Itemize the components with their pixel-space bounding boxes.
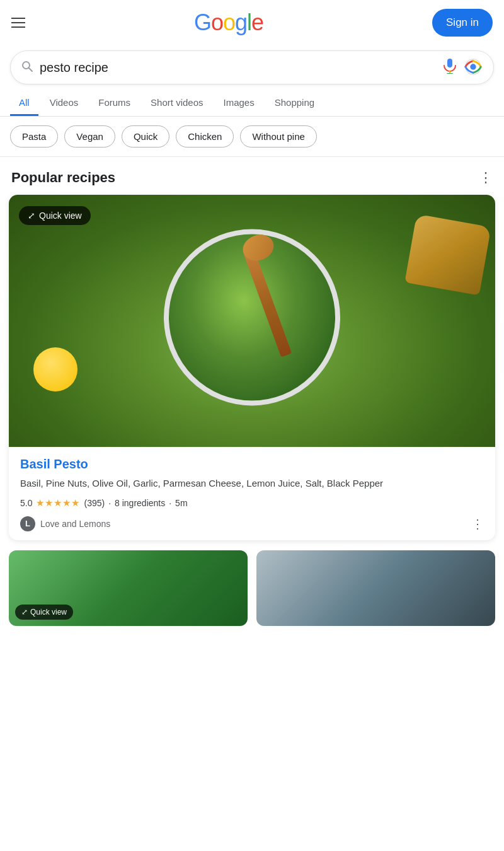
recipe-title[interactable]: Basil Pesto: [20, 457, 484, 472]
recipe-image-wrap: ⤢ Quick view: [9, 195, 495, 447]
svg-line-1: [29, 67, 33, 71]
thumb-card-1: ⤢ Quick view: [9, 550, 248, 626]
search-bar: [10, 50, 494, 84]
filter-chips: Pasta Vegan Quick Chicken Without pine: [0, 117, 504, 157]
sign-in-button[interactable]: Sign in: [432, 9, 493, 37]
recipe-ingredient-count: 8 ingredients: [115, 498, 165, 508]
dot-separator-1: ·: [108, 498, 111, 508]
svg-rect-2: [447, 59, 452, 67]
tab-shopping[interactable]: Shopping: [266, 91, 323, 116]
recipe-ingredients: Basil, Pine Nuts, Olive Oil, Garlic, Par…: [20, 477, 484, 491]
tab-images[interactable]: Images: [215, 91, 263, 116]
recipe-image: [9, 195, 495, 447]
recipe-card-basil-pesto: ⤢ Quick view Basil Pesto Basil, Pine Nut…: [9, 195, 495, 540]
search-bar-container: [0, 45, 504, 87]
source-info: L Love and Lemons: [20, 516, 110, 531]
header: Google Sign in: [0, 0, 504, 45]
filter-vegan[interactable]: Vegan: [64, 125, 115, 148]
filter-pasta[interactable]: Pasta: [10, 125, 58, 148]
dot-separator-2: ·: [169, 498, 171, 508]
popular-recipes-header: Popular recipes ⋮: [0, 157, 504, 195]
tab-all[interactable]: All: [10, 91, 38, 116]
recipe-info: Basil Pesto Basil, Pine Nuts, Olive Oil,…: [9, 447, 495, 540]
quick-view-badge[interactable]: ⤢ Quick view: [19, 206, 91, 225]
mic-icon[interactable]: [442, 57, 458, 78]
quick-view-label: Quick view: [39, 211, 82, 221]
thumb-expand-icon-1: ⤢: [21, 608, 28, 617]
bread: [404, 214, 491, 295]
filter-without-pine[interactable]: Without pine: [240, 125, 316, 148]
google-logo: Google: [194, 9, 263, 36]
card-more-options[interactable]: ⋮: [471, 516, 484, 531]
search-input[interactable]: [40, 61, 435, 75]
search-icon: [21, 60, 33, 76]
tab-forums[interactable]: Forums: [89, 91, 139, 116]
filter-quick[interactable]: Quick: [122, 125, 169, 148]
thumb-card-2: [256, 550, 495, 626]
thumb-quick-view-1[interactable]: ⤢ Quick view: [15, 605, 73, 620]
tab-videos[interactable]: Videos: [41, 91, 88, 116]
bottom-thumbnail-row: ⤢ Quick view: [0, 550, 504, 635]
tab-short-videos[interactable]: Short videos: [142, 91, 212, 116]
source-avatar: L: [20, 516, 35, 531]
popular-recipes-title: Popular recipes: [11, 170, 115, 186]
filter-chicken[interactable]: Chicken: [176, 125, 234, 148]
lemon: [33, 347, 77, 391]
lens-icon[interactable]: [464, 58, 483, 77]
search-tabs: All Videos Forums Short videos Images Sh…: [0, 91, 504, 117]
recipe-footer: L Love and Lemons ⋮: [20, 516, 484, 531]
recipe-stars: ★★★★★: [36, 497, 80, 509]
svg-point-6: [470, 64, 476, 69]
recipe-time: 5m: [175, 498, 187, 508]
thumb-quick-view-label-1: Quick view: [30, 608, 67, 617]
recipe-reviews: (395): [84, 498, 105, 508]
source-name: Love and Lemons: [40, 519, 110, 529]
recipe-meta: 5.0 ★★★★★ (395) · 8 ingredients · 5m: [20, 497, 484, 509]
thumb-image-2: [256, 550, 495, 626]
menu-button[interactable]: [11, 18, 25, 28]
more-options-button[interactable]: ⋮: [479, 170, 493, 186]
expand-icon: ⤢: [28, 211, 35, 221]
recipe-rating: 5.0: [20, 498, 32, 508]
